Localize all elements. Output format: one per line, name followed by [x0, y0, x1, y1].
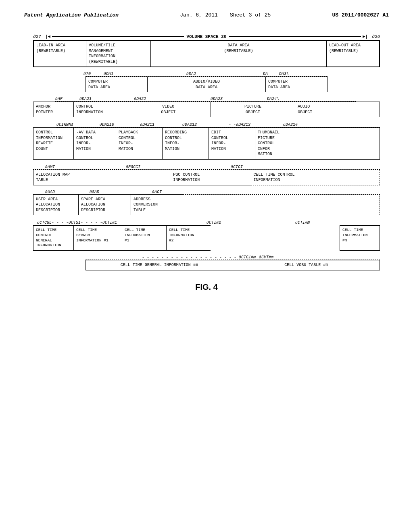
- control-information: CONTROLINFORMATION: [73, 102, 126, 117]
- audio-video-data-area: AUDIO/VIDEODATA AREA: [147, 77, 265, 92]
- cell-time-info-m: CELL TIMEINFORMATION#m: [340, 225, 380, 251]
- tier5-refs: ∂AMT ∂PGCCI ∂CTCI - - - - - - - - - - -: [33, 161, 380, 169]
- tier7: CELL TIMECONTROLGENERALINFORMATION CELL …: [33, 225, 380, 251]
- spare-area-allocation-descriptor: SPARE AREAALLOCATIONDESCRIPTOR: [78, 194, 131, 216]
- ref-ACT: - - -∂ACT- - - - -: [140, 190, 184, 194]
- lead-out-area: LEAD-OUT AREA(REWRITABLE): [327, 41, 379, 66]
- tier2: COMPUTERDATA AREA AUDIO/VIDEODATA AREA C…: [86, 77, 327, 92]
- picture-object: PICTUREOBJECT: [211, 102, 295, 117]
- playback-control: PLAYBACKCONTROLINFOR-MATION: [116, 127, 162, 160]
- computer-data-area-1: COMPUTERDATA AREA: [86, 77, 147, 92]
- tier3-refs: ∂AP ∂DA21 ∂DA22 ∂DA23 DA24\: [33, 93, 380, 101]
- header-right: US 2011/0002627 A1: [332, 12, 389, 18]
- ref-DA21: ∂DA21: [79, 97, 92, 101]
- tier7-refs: ∂CTCGL- - - -∂CTSI- - - - -∂CTI#1 ∂CTI#2…: [33, 217, 380, 225]
- tier5: ALLOCATION MAPTABLE PGC CONTROLINFORMATI…: [33, 170, 380, 185]
- tier2-refs: ∂70 ∂DA1 ∂DA2 DA DA3\: [33, 68, 380, 76]
- volume-label: VOLUME SPACE 28: [184, 34, 229, 39]
- tier8: CELL TIME GENERAL INFORMATION #m CELL VO…: [86, 260, 380, 270]
- ref-DA212: ∂DA212: [182, 123, 197, 127]
- control-info-rewrite-count: CONTROLINFORMATIONREWRITECOUNT: [33, 127, 73, 160]
- audio-object: AUDIOOBJECT: [295, 102, 380, 117]
- ref-CTI2: ∂CTI#2: [206, 220, 221, 225]
- page: Patent Application Publication Jan. 6, 2…: [0, 0, 413, 532]
- page-header: Patent Application Publication Jan. 6, 2…: [24, 12, 389, 18]
- tier6-refs: ∂UAD ∂SAD - - -∂ACT- - - - -: [33, 186, 380, 194]
- header-sheet: Sheet 3 of 25: [230, 12, 271, 18]
- ref-CIRWNs: ∂CIRWNs: [56, 123, 73, 127]
- ref-CTIm: ∂CTI#m: [295, 220, 310, 225]
- header-date: Jan. 6, 2011: [180, 12, 218, 18]
- ref-70: ∂70: [83, 72, 91, 76]
- ref-DA3: DA3\: [279, 72, 289, 76]
- figure-label: FIG. 4: [33, 283, 380, 292]
- ref-DA2: ∂DA2: [186, 72, 196, 76]
- ref-CTGIm: - - - - - - - - - - - - - - - - - - - - …: [142, 255, 256, 260]
- edit-control: EDITCONTROLINFOR-MATION: [209, 127, 255, 160]
- tier4-refs: ∂CIRWNs ∂DA210 ∂DA211 ∂DA212 - -∂DA213 ∂…: [33, 118, 380, 127]
- dashed-right-area: [183, 194, 380, 216]
- ref-CTCI: ∂CTCI - - - - - - - - - - -: [231, 165, 296, 169]
- cell-time-info-1: CELL TIMEINFORMATION#1: [122, 225, 166, 251]
- address-conversion-table: ADDRESSCONVERSIONTABLE: [131, 194, 183, 216]
- ref-DA24: DA24\: [267, 97, 279, 101]
- volume-file-mgmt: VOLUME/FILEMANAGEMENTINFORMATION(REWRITA…: [86, 41, 151, 66]
- cell-time-control-general-info: CELL TIMECONTROLGENERALINFORMATION: [33, 225, 73, 251]
- ref-CVTm: ∂CVT#m: [259, 255, 273, 260]
- allocation-map-table: ALLOCATION MAPTABLE: [33, 170, 122, 185]
- cell-time-search-info: CELL TIMESEARCHINFORMATION #1: [73, 225, 122, 251]
- pgc-control-information: PGC CONTROLINFORMATION: [122, 170, 251, 185]
- ref-DA213: - -∂DA213: [229, 123, 250, 127]
- ref-PGCCI: ∂PGCCI: [126, 165, 140, 169]
- tier4: CONTROLINFORMATIONREWRITECOUNT ·AV DATAC…: [33, 127, 380, 160]
- video-object: VIDEOOBJECT: [126, 102, 211, 117]
- ref-AMT: ∂AMT: [45, 165, 55, 169]
- ref-DA22: ∂DA22: [134, 97, 146, 101]
- computer-data-area-2: COMPUTERDATA AREA: [265, 77, 327, 92]
- ref-DA210: ∂DA210: [100, 123, 114, 127]
- ref-DA214: ∂DA214: [283, 123, 298, 127]
- header-left: Patent Application Publication: [24, 12, 119, 18]
- ref-DA211: ∂DA211: [140, 123, 154, 127]
- ref-UAD: ∂UAD: [45, 190, 55, 194]
- ref-26: ∂26: [372, 34, 380, 39]
- tier1: LEAD-IN AREA(REWRITABLE) VOLUME/FILEMANA…: [33, 40, 380, 67]
- ref-DA1: ∂DA1: [104, 72, 113, 76]
- ref-SAD: ∂SAD: [90, 190, 99, 194]
- user-area-allocation-descriptor: USER AREAALLOCATIONDESCRIPTOR: [33, 194, 78, 216]
- ref-AP: ∂AP: [55, 97, 63, 101]
- cell-time-general-info-m: CELL TIME GENERAL INFORMATION #m: [86, 260, 233, 270]
- cell-time-info-2: CELL TIMEINFORMATION#2: [166, 225, 211, 251]
- header-center: Jan. 6, 2011 Sheet 3 of 25: [180, 12, 271, 18]
- ref-CTCGL: ∂CTCGL- - - -∂CTSI- - - - -∂CTI#1: [37, 220, 117, 225]
- recording-control: RECORDINGCONTROLINFOR-MATION: [162, 127, 209, 160]
- av-data-control: ·AV DATACONTROLINFOR-MATION: [73, 127, 116, 160]
- tier6: USER AREAALLOCATIONDESCRIPTOR SPARE AREA…: [33, 194, 380, 216]
- ref-DA23: ∂DA23: [211, 97, 223, 101]
- tier8-refs: - - - - - - - - - - - - - - - - - - - - …: [33, 251, 380, 260]
- cell-time-control-information: CELL TIME CONTROLINFORMATION: [251, 170, 380, 185]
- tier3: ANCHORPOINTER CONTROLINFORMATION VIDEOOB…: [33, 102, 380, 117]
- ref-27: ∂27: [33, 34, 41, 39]
- data-area: DATA AREA(REWRITABLE): [151, 41, 327, 66]
- thumbnail-control: THUMBNAILPICTURECONTROLINFOR-MATION: [255, 127, 380, 160]
- cell-vobu-table-m: CELL VOBU TABLE #m: [233, 260, 380, 270]
- spacer-tier7: [211, 225, 340, 251]
- lead-in-area: LEAD-IN AREA(REWRITABLE): [34, 41, 86, 66]
- anchor-pointer: ANCHORPOINTER: [33, 102, 73, 117]
- main-diagram: ∂27 |◄ VOLUME SPACE 28 ►| ∂26 LEAD-IN AR…: [33, 34, 380, 292]
- ref-DA: DA: [263, 72, 268, 76]
